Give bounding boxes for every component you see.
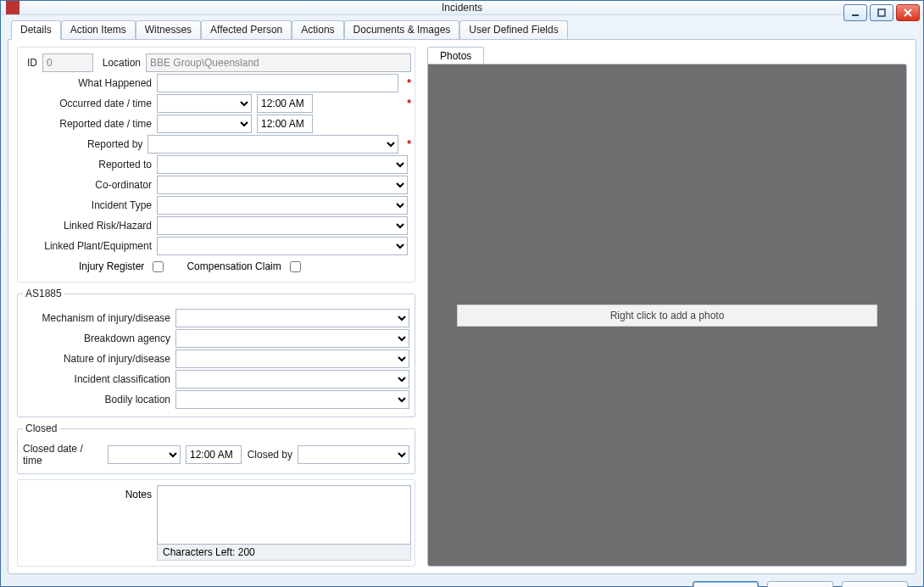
reported-time-field[interactable] xyxy=(257,115,313,133)
notes-label: Notes xyxy=(21,485,157,545)
tab-documents-images[interactable]: Documents & Images xyxy=(344,20,460,40)
reported-to-label: Reported to xyxy=(21,159,157,171)
closed-group: Closed Closed date / time Closed by xyxy=(17,422,415,474)
closed-date-label: Closed date / time xyxy=(23,443,108,467)
minimize-button[interactable] xyxy=(843,4,867,21)
tab-affected-person[interactable]: Affected Person xyxy=(201,20,292,40)
incident-type-select[interactable] xyxy=(157,196,408,215)
occurred-time-field[interactable] xyxy=(257,94,313,113)
linked-risk-select[interactable] xyxy=(157,216,408,235)
what-happened-field[interactable] xyxy=(157,74,398,92)
reported-by-label: Reported by xyxy=(21,138,148,150)
apply-button: Apply xyxy=(842,581,908,587)
checkbox-row: Injury Register Compensation Claim xyxy=(79,256,411,277)
classification-label: Incident classification xyxy=(23,373,175,385)
nature-label: Nature of injury/disease xyxy=(23,353,175,365)
window-buttons xyxy=(843,4,920,21)
tab-details[interactable]: Details xyxy=(11,20,61,40)
reported-date-select[interactable] xyxy=(157,115,252,133)
client-area: Details Action Items Witnesses Affected … xyxy=(1,15,923,587)
tab-witnesses[interactable]: Witnesses xyxy=(136,20,201,40)
as1885-legend: AS1885 xyxy=(23,288,64,299)
closed-legend: Closed xyxy=(23,422,59,434)
notes-group: Notes Characters Left: 200 xyxy=(17,479,415,567)
window-title: Incidents xyxy=(1,2,923,14)
reported-date-label: Reported date / time xyxy=(21,118,157,130)
linked-plant-label: Linked Plant/Equipment xyxy=(21,240,157,252)
tab-user-defined-fields[interactable]: User Defined Fields xyxy=(459,20,567,40)
closed-time-field[interactable] xyxy=(186,445,242,464)
notes-field[interactable] xyxy=(157,485,411,545)
reported-to-select[interactable] xyxy=(157,155,408,174)
nature-select[interactable] xyxy=(175,349,409,368)
main-tabbar: Details Action Items Witnesses Affected … xyxy=(8,20,916,40)
id-label: ID xyxy=(21,57,42,69)
incident-type-label: Incident Type xyxy=(21,199,157,211)
closed-by-select[interactable] xyxy=(298,445,409,464)
compensation-claim-checkbox[interactable]: Compensation Claim xyxy=(186,259,303,275)
notes-characters-left: Characters Left: 200 xyxy=(157,545,411,561)
dialog-button-row: OK Cancel Apply xyxy=(8,574,916,587)
coordinator-select[interactable] xyxy=(157,176,408,194)
tab-body-details: ID Location What Happened * Occurred dat… xyxy=(8,39,916,574)
breakdown-label: Breakdown agency xyxy=(23,333,175,344)
right-column: Photos Right click to add a photo xyxy=(427,47,907,567)
required-marker: * xyxy=(407,138,411,150)
linked-plant-select[interactable] xyxy=(157,237,408,255)
location-field xyxy=(146,53,411,72)
id-field xyxy=(42,53,93,72)
close-button[interactable] xyxy=(896,4,920,21)
location-label: Location xyxy=(93,57,146,69)
svg-rect-1 xyxy=(878,9,885,16)
linked-risk-label: Linked Risk/Hazard xyxy=(21,220,157,232)
closed-date-select[interactable] xyxy=(108,445,181,464)
tab-actions[interactable]: Actions xyxy=(292,20,343,40)
mechanism-label: Mechanism of injury/disease xyxy=(23,312,175,324)
bodily-label: Bodily location xyxy=(23,394,175,405)
general-group: ID Location What Happened * Occurred dat… xyxy=(17,47,415,282)
classification-select[interactable] xyxy=(175,370,409,389)
required-marker: * xyxy=(407,98,411,109)
app-icon xyxy=(6,1,19,14)
left-column: ID Location What Happened * Occurred dat… xyxy=(17,47,415,567)
mechanism-select[interactable] xyxy=(175,309,409,327)
closed-by-label: Closed by xyxy=(247,449,298,461)
occurred-date-select[interactable] xyxy=(157,94,252,113)
maximize-button[interactable] xyxy=(870,4,893,21)
photo-tabbar: Photos xyxy=(427,47,907,64)
photo-hint: Right click to add a photo xyxy=(457,305,877,327)
cancel-button[interactable]: Cancel xyxy=(767,581,833,587)
titlebar: Incidents xyxy=(1,1,923,15)
window: Incidents Details Action Items Witnesses… xyxy=(0,0,924,587)
ok-button[interactable]: OK xyxy=(693,581,759,587)
required-marker: * xyxy=(407,77,411,89)
as1885-group: AS1885 Mechanism of injury/disease Break… xyxy=(17,288,415,417)
bodily-select[interactable] xyxy=(175,390,409,409)
breakdown-select[interactable] xyxy=(175,329,409,348)
occurred-label: Occurred date / time xyxy=(21,98,157,109)
tab-action-items[interactable]: Action Items xyxy=(61,20,136,40)
reported-by-select[interactable] xyxy=(148,135,398,154)
tab-photos[interactable]: Photos xyxy=(427,47,484,64)
what-happened-label: What Happened xyxy=(21,77,157,89)
photo-drop-area[interactable]: Right click to add a photo xyxy=(427,64,907,567)
injury-register-checkbox[interactable]: Injury Register xyxy=(79,259,166,275)
coordinator-label: Co-ordinator xyxy=(21,179,157,191)
